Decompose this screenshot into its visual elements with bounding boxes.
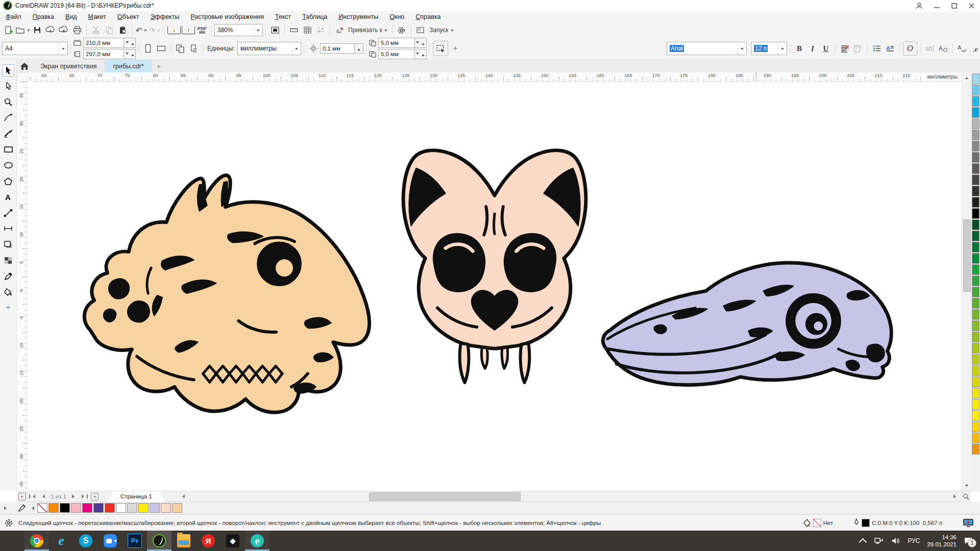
new-document-icon[interactable] bbox=[3, 24, 15, 36]
palette-color-swatch[interactable] bbox=[972, 197, 979, 208]
text-tool[interactable]: А bbox=[2, 191, 14, 203]
taskbar-edge[interactable]: e bbox=[245, 531, 270, 551]
tray-expand-icon[interactable] bbox=[859, 538, 867, 546]
menu-item[interactable]: Текст bbox=[270, 12, 297, 21]
page-width-spinner[interactable] bbox=[124, 38, 136, 48]
paste-icon[interactable] bbox=[116, 24, 129, 36]
menu-item[interactable]: Справка bbox=[410, 12, 446, 21]
menu-item[interactable]: Вид bbox=[60, 12, 83, 21]
palette-color-swatch[interactable] bbox=[972, 320, 979, 331]
add-page-before-button[interactable]: + bbox=[17, 491, 27, 502]
palette-color-swatch[interactable] bbox=[972, 242, 979, 253]
freehand-tool[interactable] bbox=[2, 112, 14, 124]
palette-scroll-left-icon[interactable] bbox=[30, 506, 34, 510]
text-properties-button[interactable]: A bbox=[937, 42, 949, 55]
open-document-icon[interactable] bbox=[16, 24, 30, 36]
duplicate-x-field[interactable]: 5,0 мм bbox=[378, 38, 415, 48]
palette-color-swatch[interactable] bbox=[972, 276, 979, 286]
palette-color-swatch[interactable] bbox=[972, 399, 979, 410]
palette-eyedropper-icon[interactable] bbox=[18, 504, 26, 512]
menu-item[interactable]: Макет bbox=[83, 12, 112, 21]
nudge-distance-field[interactable]: 0,1 мм bbox=[320, 43, 355, 54]
document-color-swatch[interactable] bbox=[93, 503, 104, 513]
palette-color-swatch[interactable] bbox=[972, 365, 979, 376]
palette-color-swatch[interactable] bbox=[972, 287, 979, 297]
menu-item[interactable]: Файл bbox=[0, 12, 27, 21]
hscroll-right-icon[interactable] bbox=[950, 491, 961, 502]
quick-zoom-icon[interactable] bbox=[961, 491, 971, 502]
undo-icon[interactable]: ↶ bbox=[135, 24, 148, 36]
bird-skull-artwork[interactable] bbox=[597, 251, 910, 396]
taskbar-photoshop[interactable]: Ps bbox=[122, 531, 147, 551]
palette-color-swatch[interactable] bbox=[972, 377, 979, 387]
new-tab-icon[interactable]: + bbox=[152, 60, 165, 72]
menu-item[interactable]: Окно bbox=[384, 12, 410, 21]
page-height-spinner[interactable] bbox=[124, 49, 136, 59]
palette-color-swatch[interactable] bbox=[972, 163, 979, 174]
horizontal-scroll-thumb[interactable] bbox=[369, 492, 521, 501]
palette-color-swatch[interactable] bbox=[972, 253, 979, 264]
fill-color-swatch[interactable] bbox=[813, 519, 821, 527]
publish-pdf-icon[interactable]: PDF bbox=[196, 24, 208, 36]
current-page-button[interactable] bbox=[187, 42, 200, 55]
palette-color-swatch[interactable] bbox=[972, 444, 979, 455]
horizontal-ruler[interactable]: 6065707580859095100105110115120125130135… bbox=[27, 72, 962, 82]
rectangle-tool[interactable] bbox=[2, 143, 14, 156]
close-button[interactable] bbox=[963, 1, 980, 11]
first-page-button[interactable] bbox=[27, 491, 37, 502]
horizontal-scrollbar[interactable] bbox=[193, 491, 950, 502]
scroll-down-icon[interactable] bbox=[962, 482, 971, 491]
all-pages-button[interactable] bbox=[174, 42, 186, 55]
shape-tool[interactable] bbox=[2, 80, 14, 92]
smart-fill-tool[interactable] bbox=[2, 286, 14, 298]
taskbar-yandex[interactable]: Я bbox=[196, 531, 220, 551]
menu-item[interactable]: Объект bbox=[112, 12, 145, 21]
drop-shadow-tool[interactable] bbox=[2, 238, 14, 251]
duplicate-x-spinner[interactable] bbox=[415, 38, 427, 48]
vertical-scrollbar[interactable] bbox=[962, 72, 971, 491]
palette-color-swatch[interactable] bbox=[972, 421, 979, 432]
zoom-tool[interactable] bbox=[2, 96, 14, 108]
cat-skull-artwork[interactable] bbox=[380, 147, 609, 385]
palette-color-swatch[interactable] bbox=[972, 73, 979, 84]
underline-button[interactable]: U bbox=[820, 42, 832, 55]
status-gear-icon[interactable] bbox=[4, 518, 13, 528]
palette-color-swatch[interactable] bbox=[972, 208, 979, 219]
palette-color-swatch[interactable] bbox=[972, 85, 979, 95]
palette-color-swatch[interactable] bbox=[972, 174, 979, 185]
next-page-button[interactable] bbox=[69, 491, 80, 502]
open-from-cloud-icon[interactable] bbox=[44, 24, 57, 36]
taskbar-zoom[interactable] bbox=[98, 531, 122, 551]
page-size-combo[interactable]: A4 bbox=[2, 42, 68, 55]
font-size-combo[interactable]: 12 п bbox=[751, 42, 787, 55]
artistic-media-tool[interactable] bbox=[2, 128, 14, 140]
ruler-origin-box[interactable] bbox=[17, 72, 27, 82]
menu-item[interactable]: Инструменты bbox=[333, 12, 384, 21]
menu-item[interactable]: Растровые изображения bbox=[185, 12, 269, 21]
palette-color-swatch[interactable] bbox=[972, 298, 979, 309]
palette-color-swatch[interactable] bbox=[972, 152, 979, 163]
vertical-ruler[interactable]: 35302520151050-5-10-15-20-25-30-35 bbox=[17, 82, 27, 491]
export-icon[interactable]: ↑ bbox=[182, 26, 195, 34]
last-page-button[interactable] bbox=[80, 491, 90, 502]
document-color-swatch[interactable] bbox=[82, 503, 92, 513]
taskbar-coreldraw[interactable] bbox=[147, 531, 172, 551]
snap-off-icon[interactable] bbox=[333, 24, 346, 36]
dimension-tool[interactable] bbox=[2, 222, 14, 235]
palette-color-swatch[interactable] bbox=[972, 219, 979, 230]
palette-color-swatch[interactable] bbox=[972, 410, 979, 421]
palette-color-swatch[interactable] bbox=[972, 96, 979, 107]
palette-color-swatch[interactable] bbox=[972, 309, 979, 320]
palette-color-swatch[interactable] bbox=[972, 231, 979, 241]
polygon-tool[interactable] bbox=[2, 175, 14, 187]
taskbar-unity[interactable]: ◆ bbox=[220, 531, 245, 551]
launch-dropdown[interactable]: Запуск bbox=[428, 24, 455, 36]
import-icon[interactable]: ↓ bbox=[167, 26, 181, 34]
palette-color-swatch[interactable] bbox=[972, 186, 979, 196]
portrait-orientation-button[interactable] bbox=[142, 42, 154, 55]
taskbar-chrome[interactable] bbox=[24, 531, 49, 551]
palette-color-swatch[interactable] bbox=[972, 264, 979, 275]
document-color-swatch[interactable] bbox=[116, 503, 126, 513]
font-family-combo[interactable]: Arial bbox=[667, 42, 747, 55]
palette-color-swatch[interactable] bbox=[972, 118, 979, 129]
